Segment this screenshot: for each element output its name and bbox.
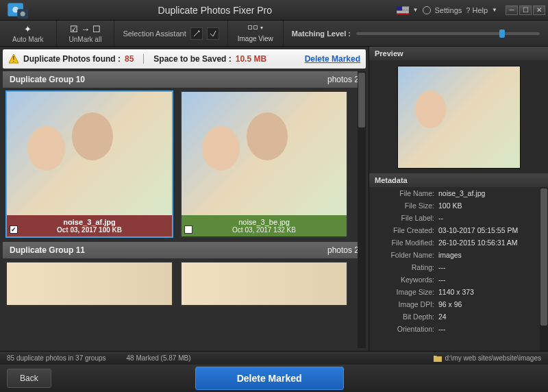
metadata-row: Image Size:1140 x 373 [369,286,548,298]
minimize-button[interactable]: ─ [506,5,518,15]
svg-rect-8 [397,11,409,12]
unmark-all-button[interactable]: ☑ → ☐ UnMark all [57,21,115,46]
metadata-row: File Modified:26-10-2015 10:56:31 AM [369,236,548,249]
uncheck-icon: ☑ → ☐ [70,23,100,34]
chevron-down-icon[interactable]: ▼ [492,7,497,13]
grid-icon [248,25,258,29]
photo-thumbnail [7,92,172,215]
photo-card[interactable]: noise_3_af.jpg Oct 03, 2017 100 KB ✓ [5,90,173,238]
app-logo [3,0,34,21]
photo-card[interactable] [180,261,348,306]
save-label: Space to be Saved : [153,54,231,64]
scrollbar[interactable] [358,71,366,348]
groups-list: Duplicate Group 10 photos 2 noise_3_af.j… [3,71,366,348]
selection-tool-2[interactable] [207,27,219,40]
summary-bar: ! Duplicate Photos found : 85 Space to b… [3,49,366,69]
matching-level: Matching Level : [284,21,548,46]
delete-marked-link[interactable]: Delete Marked [305,54,360,64]
metadata-row: File Size:100 KB [369,199,548,212]
metadata-header: Metadata [369,173,548,187]
metadata-row: Keywords:--- [369,273,548,286]
svg-text:!: ! [13,56,15,63]
save-value: 10.5 MB [236,54,266,64]
maximize-button[interactable]: ☐ [519,5,532,15]
warning-icon: ! [8,53,19,64]
photo-thumbnail [7,262,172,305]
delete-marked-button[interactable]: Delete Marked [195,367,344,390]
back-button[interactable]: Back [7,369,51,388]
folder-icon [434,355,442,362]
status-bar: 85 duplicate photos in 37 groups 48 Mark… [0,351,548,365]
preview-header: Preview [369,47,548,60]
photo-thumbnail [182,92,347,215]
metadata-row: Orientation:--- [369,323,548,335]
gear-icon [423,6,431,14]
photo-caption: noise_3_af.jpg Oct 03, 2017 100 KB ✓ [7,215,172,236]
photo-caption: noise_3_be.jpg Oct 03, 2017 132 KB [182,215,347,236]
preview-area [369,60,548,173]
group-header: Duplicate Group 11 photos 2 [3,242,366,258]
title-bar: Duplicate Photos Fixer Pro ▼ Settings ? … [0,0,548,21]
group-header: Duplicate Group 10 photos 2 [3,71,366,88]
found-label: Duplicate Photos found : [23,54,121,64]
status-marked: 48 Marked (5.87 MB) [127,354,191,362]
image-view-button[interactable]: ▾ Image View [228,21,284,46]
photo-card[interactable]: noise_3_be.jpg Oct 03, 2017 132 KB [180,90,348,238]
photo-thumbnail [182,262,347,305]
svg-point-3 [20,11,25,16]
toolbar: ✦ Auto Mark ☑ → ☐ UnMark all Selection A… [0,21,548,47]
side-panel: Preview Metadata File Name:noise_3_af.jp… [369,47,548,351]
photo-card[interactable] [5,261,173,306]
selection-tool-1[interactable] [190,27,203,40]
metadata-row: Bit Depth:24 [369,310,548,323]
help-link[interactable]: ? Help [466,6,488,14]
selection-assistant: Selection Assistant [114,21,227,46]
settings-link[interactable]: Settings [435,6,462,14]
preview-image [397,66,521,169]
metadata-row: File Name:noise_3_af.jpg [369,187,548,199]
matching-slider[interactable] [356,32,540,35]
app-title: Duplicate Photos Fixer Pro [34,5,397,16]
results-pane: ! Duplicate Photos found : 85 Space to b… [0,47,369,351]
auto-mark-button[interactable]: ✦ Auto Mark [0,21,57,46]
bottom-bar: Back Delete Marked [0,365,548,392]
metadata-panel: File Name:noise_3_af.jpgFile Size:100 KB… [369,187,548,351]
selection-assistant-label: Selection Assistant [123,29,186,38]
scrollbar[interactable] [540,187,548,351]
svg-rect-10 [397,6,402,10]
svg-rect-9 [397,12,409,13]
chevron-down-icon[interactable]: ▼ [413,7,419,13]
found-count: 85 [125,54,134,64]
status-summary: 85 duplicate photos in 37 groups [7,354,106,362]
close-button[interactable]: ✕ [533,5,545,15]
metadata-row: Folder Name:images [369,249,548,261]
photo-checkbox[interactable] [184,225,192,234]
metadata-row: File Created:03-10-2017 05:15:55 PM [369,224,548,236]
metadata-row: Rating:--- [369,261,548,273]
matching-label: Matching Level : [292,29,351,38]
photo-checkbox[interactable]: ✓ [10,225,18,234]
metadata-row: Image DPI:96 x 96 [369,298,548,310]
status-path: d:\my web sites\website\images [434,354,541,362]
metadata-row: File Label:-- [369,212,548,224]
chevron-down-icon: ▾ [260,25,263,31]
wand-icon: ✦ [24,23,32,34]
language-flag[interactable] [397,6,409,14]
